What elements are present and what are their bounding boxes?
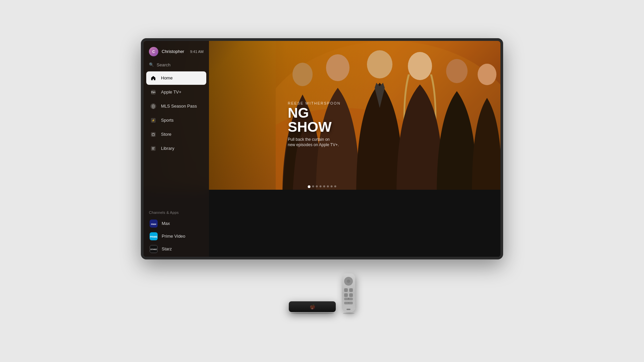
remote-shadow xyxy=(343,313,355,314)
svg-rect-31 xyxy=(151,132,156,137)
sidebar-item-sports[interactable]: ⚡ Sports xyxy=(146,114,206,127)
sidebar-item-appletv-label: Apple TV+ xyxy=(161,89,181,95)
clickpad-center xyxy=(347,280,350,283)
volume-controls: + − xyxy=(344,298,353,304)
sidebar-item-sports-label: Sports xyxy=(161,118,174,123)
starz-channel-icon: STARZ xyxy=(150,245,158,253)
dot-3[interactable] xyxy=(316,185,318,187)
sidebar-item-store[interactable]: Store xyxy=(146,128,206,141)
max-channel-icon: max xyxy=(150,220,158,228)
appletv-box: 🍎 xyxy=(289,301,336,312)
remote-buttons xyxy=(344,288,353,297)
user-name: Christopher xyxy=(162,49,187,54)
library-icon xyxy=(150,145,157,152)
sidebar-item-home[interactable]: Home xyxy=(146,71,206,85)
avatar-initial: C xyxy=(152,50,155,54)
sidebar: C Christopher 9:41 AM 🔍 Search xyxy=(144,41,209,257)
svg-text:PRIME: PRIME xyxy=(150,236,157,238)
dot-8[interactable] xyxy=(334,185,336,187)
remote-btn-4[interactable] xyxy=(349,293,353,297)
volume-up[interactable]: + xyxy=(344,298,353,300)
svg-text:⚡: ⚡ xyxy=(152,119,155,122)
tv-frame: REESE WITHERSPOON NGSHOW Pull back the c… xyxy=(141,38,503,259)
tv-screen: REESE WITHERSPOON NGSHOW Pull back the c… xyxy=(144,41,500,257)
search-icon: 🔍 xyxy=(149,62,154,67)
hero-text-container: REESE WITHERSPOON NGSHOW Pull back the c… xyxy=(288,101,340,148)
sidebar-item-library[interactable]: Library xyxy=(146,142,206,155)
hero-title: NGSHOW xyxy=(288,106,340,134)
svg-text:max: max xyxy=(151,223,157,226)
hero-byline: REESE WITHERSPOON xyxy=(288,101,340,105)
channel-prime-label: Prime Video xyxy=(162,234,185,239)
led-indicator xyxy=(312,308,313,309)
channels-label: Channels & Apps xyxy=(149,210,204,215)
dot-5[interactable] xyxy=(323,185,325,187)
volume-down[interactable]: − xyxy=(344,302,353,304)
svg-text:STARZ: STARZ xyxy=(150,248,157,250)
search-label: Search xyxy=(157,62,170,67)
sidebar-item-home-label: Home xyxy=(161,75,173,80)
hardware-section: 🍎 xyxy=(289,274,355,314)
home-icon xyxy=(150,74,157,82)
search-item[interactable]: 🔍 Search xyxy=(144,60,209,71)
remote-body: + − xyxy=(342,274,355,312)
svg-rect-33 xyxy=(152,147,155,148)
sidebar-item-mls[interactable]: MLS Season Pass xyxy=(146,100,206,113)
box-shadow xyxy=(290,313,334,314)
channels-section: Channels & Apps max Max xyxy=(144,208,209,257)
sidebar-item-mls-label: MLS Season Pass xyxy=(161,104,197,109)
remote-btn-2[interactable] xyxy=(349,288,353,292)
remote-btn-3[interactable] xyxy=(344,293,348,297)
dot-2[interactable] xyxy=(312,185,314,187)
svg-rect-35 xyxy=(152,149,154,150)
mls-icon xyxy=(150,103,157,110)
status-time: 9:41 AM xyxy=(190,50,204,54)
store-icon xyxy=(150,131,157,138)
carousel-dots[interactable] xyxy=(308,185,336,188)
dot-7[interactable] xyxy=(331,185,333,187)
hero-description: Pull back the curtain onnew episodes on … xyxy=(288,137,340,148)
sidebar-item-appletv[interactable]: TV+ Apple TV+ xyxy=(146,85,206,99)
dot-1[interactable] xyxy=(308,185,311,188)
svg-rect-34 xyxy=(152,148,154,149)
appletv-device: 🍎 xyxy=(289,301,336,314)
dot-6[interactable] xyxy=(327,185,329,187)
channel-starz-label: Starz xyxy=(162,246,172,251)
remote-btn-1[interactable] xyxy=(344,288,348,292)
channel-max[interactable]: max Max xyxy=(149,217,204,230)
sidebar-nav: Home TV+ Apple TV+ xyxy=(144,71,209,208)
sidebar-item-store-label: Store xyxy=(161,132,171,137)
channel-starz[interactable]: STARZ Starz xyxy=(149,243,204,255)
sports-icon: ⚡ xyxy=(150,117,157,124)
dot-4[interactable] xyxy=(320,185,322,187)
sidebar-header: C Christopher 9:41 AM xyxy=(144,41,209,60)
prime-channel-icon: PRIME xyxy=(150,232,158,240)
svg-text:TV+: TV+ xyxy=(151,91,155,94)
siri-remote: + − xyxy=(342,274,355,314)
channel-prime[interactable]: PRIME Prime Video xyxy=(149,230,204,243)
appletv-icon: TV+ xyxy=(150,88,157,96)
sidebar-item-library-label: Library xyxy=(161,146,174,151)
avatar[interactable]: C xyxy=(149,47,158,56)
remote-connector xyxy=(346,309,351,310)
channel-max-label: Max xyxy=(162,221,170,226)
clickpad[interactable] xyxy=(344,277,353,286)
